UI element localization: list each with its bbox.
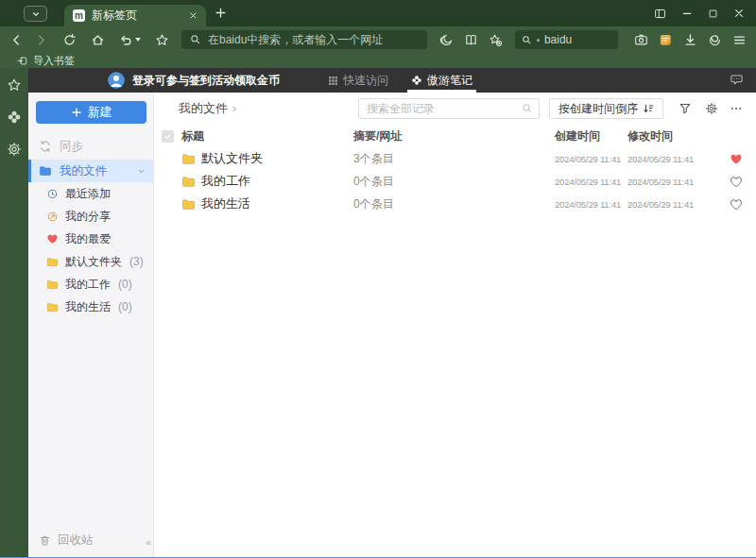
favorites-label: 我的最爱	[65, 231, 111, 247]
workspace: 新建 同步 我的文件	[28, 93, 756, 557]
quick-search-box[interactable]: baidu	[515, 30, 618, 49]
screenshot-icon[interactable]	[634, 33, 648, 47]
maxthon-logo-icon: m	[73, 9, 85, 22]
table-row[interactable]: 默认文件夹 3个条目 2024/05/29 11:41 2024/05/29 1…	[154, 147, 756, 170]
collapse-sidebar-button[interactable]: «	[146, 536, 151, 548]
night-mode-icon[interactable]	[439, 33, 454, 47]
login-banner[interactable]: 登录可参与签到活动领取金币	[132, 68, 280, 93]
sidebar-item-recent[interactable]: 最近添加	[28, 182, 153, 205]
close-icon[interactable]	[733, 8, 745, 19]
back-icon[interactable]	[9, 33, 24, 47]
menu-icon[interactable]	[732, 33, 747, 47]
notes-sidebar: 新建 同步 我的文件	[28, 93, 154, 557]
recycle-bin-label: 回收站	[58, 533, 94, 549]
sort-order-label: 按创建时间倒序	[558, 101, 638, 117]
row-modified: 2024/05/29 11:41	[627, 177, 722, 187]
app-header: 登录可参与签到活动领取金币 快速访问 傲游笔记	[28, 68, 756, 93]
search-field[interactable]	[359, 99, 539, 118]
reading-list-icon[interactable]	[464, 33, 478, 47]
notes-icon[interactable]	[659, 33, 673, 47]
bookmarks-bar: 导入书签	[0, 53, 756, 68]
notes-clover-icon[interactable]	[7, 110, 22, 125]
folder-icon	[181, 153, 196, 165]
folder-icon	[181, 176, 196, 188]
header-tabs: 快速访问 傲游笔记	[324, 68, 476, 93]
col-title[interactable]: 标题	[181, 128, 353, 144]
table-row[interactable]: 我的生活 0个条目 2024/05/29 11:41 2024/05/29 11…	[154, 193, 756, 215]
content: 登录可参与签到活动领取金币 快速访问 傲游笔记	[28, 68, 756, 557]
favorite-heart-outline-icon[interactable]	[730, 198, 743, 211]
sort-descending-icon	[643, 103, 654, 114]
forward-icon[interactable]	[34, 33, 48, 47]
row-created: 2024/05/29 11:41	[555, 199, 627, 210]
chevron-down-icon[interactable]	[137, 167, 146, 176]
breadcrumb-arrow: ›	[232, 102, 236, 115]
row-title: 默认文件夹	[201, 150, 263, 167]
favorite-heart-filled-icon[interactable]	[730, 153, 743, 165]
boss-key-icon[interactable]	[654, 8, 666, 20]
plus-icon	[71, 107, 82, 118]
notes-clover-icon	[411, 75, 422, 86]
sidebar-item-favorites[interactable]: 我的最爱	[28, 228, 153, 250]
shares-label: 我的分享	[65, 209, 111, 225]
favorite-star-icon[interactable]	[155, 33, 169, 47]
row-modified: 2024/05/29 11:41	[627, 199, 722, 210]
new-tab-button[interactable]	[215, 7, 227, 19]
search-icon	[190, 34, 201, 45]
tab-close-icon[interactable]	[189, 11, 198, 20]
row-created: 2024/05/29 11:41	[555, 177, 627, 187]
maximize-icon[interactable]	[708, 8, 718, 19]
sort-order-button[interactable]: 按创建时间倒序	[549, 98, 663, 119]
favorites-star-icon[interactable]	[7, 77, 22, 93]
row-summary: 0个条目	[353, 174, 555, 190]
feedback-bubble-icon[interactable]	[730, 73, 744, 87]
avatar[interactable]	[108, 72, 125, 89]
collect-favorite-icon[interactable]	[489, 33, 503, 47]
folder-icon	[39, 165, 52, 177]
sidebar-item-shares[interactable]: 我的分享	[28, 205, 153, 228]
breadcrumb[interactable]: 我的文件 ›	[179, 100, 236, 117]
col-modified[interactable]: 修改时间	[627, 128, 722, 144]
browser-window: m 新标签页	[0, 0, 756, 558]
more-options-icon[interactable]	[730, 102, 743, 115]
col-created[interactable]: 创建时间	[555, 128, 627, 144]
sidebar-item-work-folder[interactable]: 我的工作 (0)	[28, 273, 153, 296]
recent-label: 最近添加	[65, 186, 111, 202]
col-summary[interactable]: 摘要/网址	[353, 128, 555, 144]
folder-label: 我的工作	[65, 277, 111, 293]
select-all-checkbox[interactable]	[162, 130, 174, 143]
minimize-icon[interactable]	[681, 8, 693, 19]
refresh-icon[interactable]	[62, 33, 77, 47]
settings-gear-icon[interactable]	[7, 142, 22, 157]
sidebar-item-my-files[interactable]: 我的文件	[28, 160, 153, 182]
search-engine-dot	[537, 39, 540, 42]
table-row[interactable]: 我的工作 0个条目 2024/05/29 11:41 2024/05/29 11…	[154, 170, 756, 193]
recycle-bin-button[interactable]: 回收站	[39, 533, 94, 549]
address-bar[interactable]: 在baidu中搜索，或者输入一个网址	[181, 30, 427, 49]
sidebar-item-life-folder[interactable]: 我的生活 (0)	[28, 296, 153, 318]
new-note-label: 新建	[88, 104, 112, 121]
tab-list-button[interactable]	[24, 6, 47, 22]
new-note-button[interactable]: 新建	[36, 101, 146, 124]
row-title: 我的工作	[201, 173, 250, 190]
home-icon[interactable]	[91, 33, 105, 47]
side-rail	[0, 68, 28, 557]
import-bookmarks-button[interactable]: 导入书签	[33, 54, 75, 68]
extensions-icon[interactable]	[708, 33, 722, 47]
sidebar-item-default-folder[interactable]: 默认文件夹 (3)	[28, 250, 153, 273]
tab-quick-access[interactable]: 快速访问	[324, 68, 392, 93]
browser-tab[interactable]: m 新标签页	[64, 5, 206, 26]
search-icon	[522, 103, 533, 114]
filter-icon[interactable]	[679, 102, 692, 115]
tab-maxthon-notes[interactable]: 傲游笔记	[407, 68, 476, 93]
download-icon[interactable]	[683, 33, 697, 47]
sync-button[interactable]: 同步	[28, 136, 153, 157]
quick-search-value: baidu	[544, 33, 572, 46]
search-icon	[522, 35, 532, 45]
undo-group[interactable]	[119, 33, 141, 47]
notes-search-input[interactable]	[358, 98, 540, 119]
sync-icon	[39, 140, 52, 153]
folder-label: 我的生活	[65, 299, 111, 315]
view-settings-gear-icon[interactable]	[705, 102, 718, 115]
favorite-heart-outline-icon[interactable]	[730, 176, 743, 188]
